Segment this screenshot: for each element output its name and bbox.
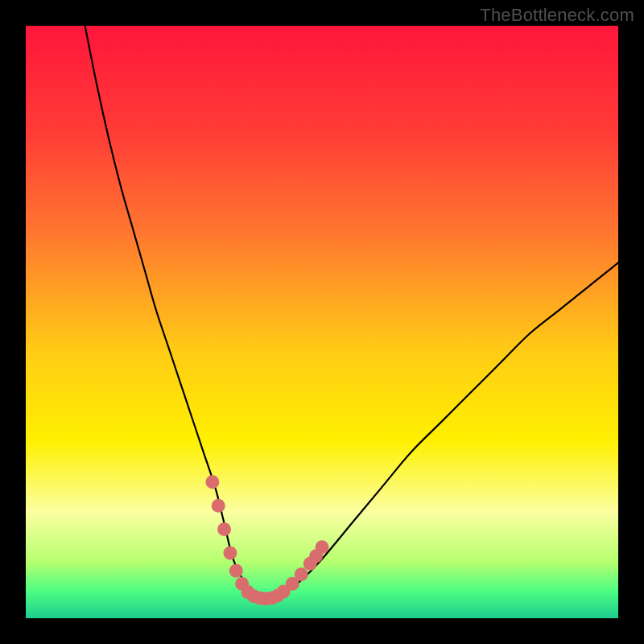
valley-dot: [223, 547, 237, 560]
valley-marker: [205, 475, 328, 605]
valley-dot: [212, 499, 225, 513]
valley-dot: [229, 564, 243, 578]
watermark-text: TheBottleneck.com: [480, 5, 634, 26]
bottleneck-curve: [85, 26, 618, 597]
chart-frame: TheBottleneck.com: [0, 0, 644, 644]
valley-dot: [217, 522, 231, 536]
curve-layer: [26, 26, 618, 618]
valley-dot: [295, 568, 308, 581]
valley-dot: [205, 475, 219, 489]
valley-dot: [316, 540, 329, 554]
plot-area: [26, 26, 618, 618]
